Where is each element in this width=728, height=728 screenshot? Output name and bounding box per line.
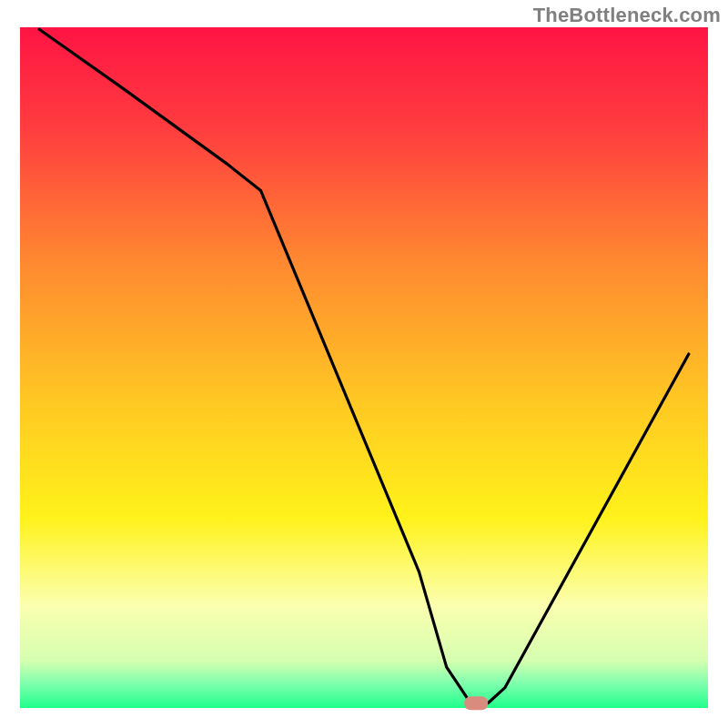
optimal-point-marker <box>464 696 488 710</box>
chart-plot-bg <box>20 27 708 708</box>
chart-canvas: TheBottleneck.com <box>0 0 728 728</box>
attribution-label: TheBottleneck.com <box>533 4 721 27</box>
chart-svg <box>0 0 728 728</box>
